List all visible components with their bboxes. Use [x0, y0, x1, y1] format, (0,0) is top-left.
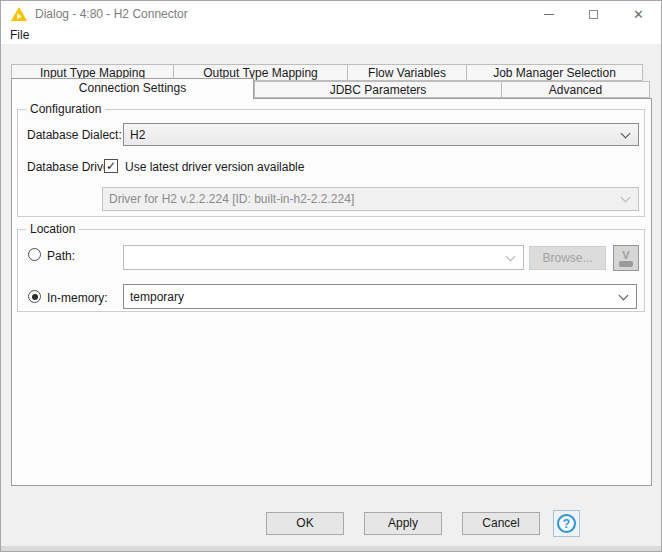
- path-combobox: [123, 245, 524, 270]
- database-dialect-label: Database Dialect:: [27, 128, 122, 142]
- flow-variable-icon: V: [622, 250, 629, 260]
- location-group: Location Path: Browse... V In-memory:: [17, 229, 645, 312]
- maximize-icon: [589, 10, 598, 19]
- tab-connection-settings[interactable]: Connection Settings: [11, 78, 254, 99]
- knime-app-icon: [11, 7, 27, 21]
- tab-job-manager-selection[interactable]: Job Manager Selection: [466, 64, 643, 81]
- latest-driver-checkbox[interactable]: ✓: [104, 159, 118, 173]
- radio-selected-dot: [32, 294, 38, 300]
- window-bottom-edge: [1, 546, 661, 551]
- database-dialect-value: H2: [130, 128, 145, 142]
- latest-driver-checkbox-label[interactable]: Use latest driver version available: [125, 160, 304, 174]
- configuration-group: Configuration Database Dialect: H2 Datab…: [17, 109, 645, 217]
- dialog-window: Dialog - 4:80 - H2 Connector ✕ File Inpu…: [0, 0, 662, 552]
- minimize-button[interactable]: [526, 1, 571, 27]
- connection-settings-panel: Configuration Database Dialect: H2 Datab…: [11, 98, 652, 486]
- menu-file[interactable]: File: [1, 27, 35, 44]
- in-memory-radio[interactable]: [28, 290, 41, 303]
- minimize-icon: [544, 14, 554, 15]
- close-button[interactable]: ✕: [616, 1, 661, 27]
- tab-flow-variables[interactable]: Flow Variables: [347, 64, 467, 81]
- database-driver-value: Driver for H2 v.2.2.224 [ID: built-in-h2…: [109, 192, 354, 206]
- apply-button[interactable]: Apply: [364, 512, 442, 535]
- location-group-title: Location: [26, 222, 79, 236]
- help-icon: ?: [557, 514, 576, 533]
- in-memory-combobox[interactable]: [123, 284, 637, 309]
- maximize-button[interactable]: [571, 1, 616, 27]
- ok-button[interactable]: OK: [266, 512, 344, 535]
- window-title: Dialog - 4:80 - H2 Connector: [35, 7, 188, 21]
- cancel-button[interactable]: Cancel: [462, 512, 540, 535]
- flow-variable-button: V: [613, 245, 639, 271]
- close-icon: ✕: [633, 8, 644, 21]
- tab-advanced[interactable]: Advanced: [501, 81, 650, 98]
- menu-bar: File: [1, 27, 661, 44]
- chevron-down-icon: [621, 193, 631, 203]
- configuration-group-title: Configuration: [26, 102, 105, 116]
- checkmark-icon: ✓: [106, 159, 116, 173]
- database-driver-combobox: Driver for H2 v.2.2.224 [ID: built-in-h2…: [102, 187, 639, 211]
- path-radio[interactable]: [28, 248, 41, 261]
- path-input: [124, 246, 523, 269]
- in-memory-input[interactable]: [124, 285, 636, 308]
- database-dialect-combobox[interactable]: H2: [123, 123, 639, 146]
- browse-button: Browse...: [529, 246, 606, 270]
- chevron-down-icon: [621, 128, 631, 138]
- flow-variable-pill-icon: [619, 261, 633, 267]
- path-radio-label[interactable]: Path:: [47, 249, 75, 263]
- in-memory-radio-label[interactable]: In-memory:: [47, 291, 108, 305]
- help-button[interactable]: ?: [553, 510, 580, 537]
- tab-jdbc-parameters[interactable]: JDBC Parameters: [254, 81, 502, 98]
- title-bar[interactable]: Dialog - 4:80 - H2 Connector ✕: [1, 1, 661, 27]
